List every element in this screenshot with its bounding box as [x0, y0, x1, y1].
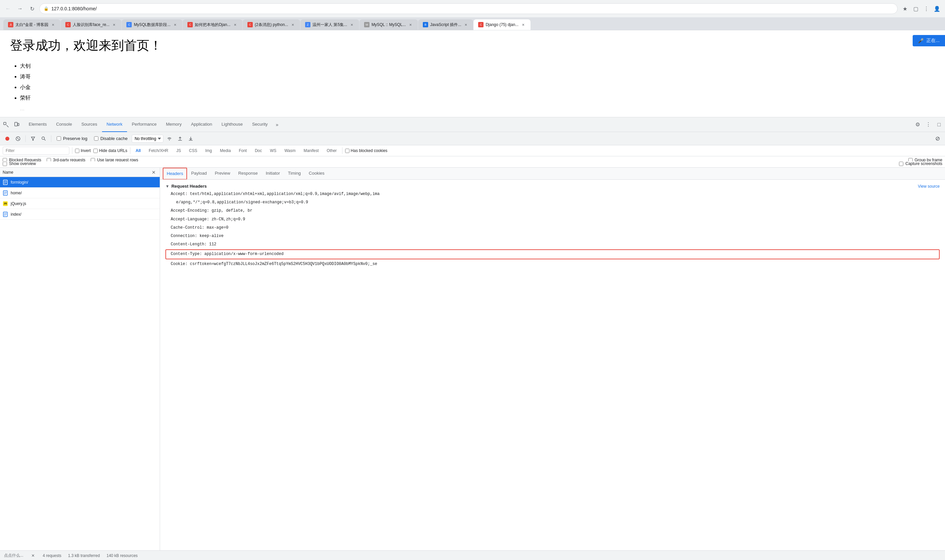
- tab-close-6[interactable]: ✕: [349, 22, 354, 27]
- filter-type-css[interactable]: CSS: [186, 147, 200, 154]
- address-bar[interactable]: 🔒 127.0.0.1:8080/home/: [39, 3, 898, 14]
- disable-cache-input[interactable]: [94, 136, 99, 141]
- header-cookie: Cookie: csrftoken=wcefgT7czNbJLL4soJx2mZ…: [165, 260, 940, 268]
- reload-button[interactable]: ↻: [27, 4, 37, 13]
- tab-application[interactable]: Application: [186, 117, 217, 132]
- has-blocked-cookies-input[interactable]: [345, 149, 349, 153]
- tab-performance[interactable]: Performance: [127, 117, 161, 132]
- throttle-select[interactable]: No throttling Fast 3G Slow 3G Offline: [132, 135, 163, 143]
- tab-close-9[interactable]: ✕: [520, 22, 526, 27]
- capture-screenshots-checkbox[interactable]: Capture screenshots: [899, 162, 942, 166]
- upload-icon-button[interactable]: [175, 134, 185, 143]
- page-title: 登录成功，欢迎来到首页！: [10, 37, 935, 54]
- filter-type-font[interactable]: Font: [236, 147, 249, 154]
- tab-6[interactable]: Z 温州一家人 第5集... ✕: [300, 19, 359, 30]
- tab-9-active[interactable]: C Django (75) djan... ✕: [474, 19, 531, 30]
- filter-icon-button[interactable]: [28, 134, 38, 143]
- filter-type-img[interactable]: Img: [202, 147, 214, 154]
- tab-close-3[interactable]: ✕: [172, 22, 178, 27]
- hint-close-button[interactable]: ✕: [30, 553, 36, 558]
- tab-3[interactable]: C MySQL数据库阶段... ✕: [122, 19, 182, 30]
- download-icon-button[interactable]: [186, 134, 195, 143]
- tab-security[interactable]: Security: [248, 117, 272, 132]
- hide-data-urls-input[interactable]: [93, 149, 98, 153]
- disable-cache-checkbox[interactable]: Disable cache: [91, 136, 130, 141]
- tab-5[interactable]: C (2条消息) python... ✕: [243, 19, 300, 30]
- show-overview-checkbox[interactable]: Show overview: [3, 162, 894, 166]
- details-tab-initiator[interactable]: Initiator: [262, 168, 284, 180]
- settings-icon-button[interactable]: ⚙: [913, 120, 922, 129]
- details-tab-payload[interactable]: Payload: [187, 168, 211, 180]
- block-requests-button[interactable]: [933, 134, 942, 143]
- filter-type-manifest[interactable]: Manifest: [301, 147, 321, 154]
- voice-button[interactable]: 🎤 正在...: [913, 35, 945, 46]
- details-tab-headers[interactable]: Headers: [163, 168, 187, 180]
- more-options-button[interactable]: ⋮: [923, 120, 933, 129]
- screenshot-button[interactable]: ▢: [911, 4, 920, 13]
- more-tabs-button[interactable]: »: [272, 120, 282, 129]
- tab-8[interactable]: B JavaScript 插件... ✕: [418, 19, 473, 30]
- tab-memory[interactable]: Memory: [162, 117, 186, 132]
- tab-7[interactable]: M MySQL :: MySQL... ✕: [359, 19, 418, 30]
- invert-input[interactable]: [75, 149, 79, 153]
- tab-sources[interactable]: Sources: [77, 117, 102, 132]
- filter-type-other[interactable]: Other: [324, 147, 339, 154]
- filter-type-wasm[interactable]: Wasm: [282, 147, 299, 154]
- header-name-content-type: Content-Type:: [171, 251, 205, 257]
- details-tab-timing[interactable]: Timing: [284, 168, 305, 180]
- filter-type-doc[interactable]: Doc: [252, 147, 265, 154]
- view-source-link[interactable]: View source: [918, 184, 940, 189]
- profile-button[interactable]: 👤: [932, 4, 942, 13]
- requests-panel: Name ✕ formlogin/: [0, 168, 160, 550]
- preserve-log-checkbox[interactable]: Preserve log: [54, 136, 90, 141]
- request-item-formlogin[interactable]: formlogin/: [0, 177, 160, 188]
- tab-4[interactable]: C 如何把本地的Djan... ✕: [183, 19, 242, 30]
- tab-close-5[interactable]: ✕: [290, 22, 296, 27]
- request-headers-title: Request Headers: [171, 184, 207, 189]
- details-tab-preview[interactable]: Preview: [211, 168, 234, 180]
- filter-type-all[interactable]: All: [133, 147, 143, 154]
- record-button[interactable]: [3, 134, 12, 143]
- back-button[interactable]: ←: [3, 4, 13, 13]
- voice-label: 正在...: [927, 38, 940, 44]
- filter-type-js[interactable]: JS: [174, 147, 184, 154]
- request-item-jquery[interactable]: JS jQuery.js: [0, 198, 160, 209]
- request-item-home[interactable]: home/: [0, 188, 160, 198]
- details-tab-cookies[interactable]: Cookies: [305, 168, 328, 180]
- device-toggle-button[interactable]: [12, 120, 22, 129]
- capture-screenshots-input[interactable]: [899, 162, 903, 166]
- request-item-index[interactable]: index/: [0, 209, 160, 220]
- filter-type-ws[interactable]: WS: [268, 147, 279, 154]
- tab-lighthouse[interactable]: Lighthouse: [217, 117, 248, 132]
- tab-close-1[interactable]: ✕: [50, 22, 56, 27]
- tab-close-4[interactable]: ✕: [232, 22, 238, 27]
- undock-button[interactable]: □: [934, 120, 943, 129]
- request-headers-section[interactable]: ▼ Request Headers View source: [165, 182, 940, 190]
- has-blocked-cookies-checkbox[interactable]: Has blocked cookies: [345, 148, 388, 153]
- tab-close-8[interactable]: ✕: [463, 22, 468, 27]
- filter-input[interactable]: [3, 147, 69, 155]
- show-overview-input[interactable]: [3, 162, 7, 166]
- tab-elements[interactable]: Elements: [24, 117, 51, 132]
- tab-2[interactable]: C 人脸识别库face_re... ✕: [61, 19, 122, 30]
- search-icon-button[interactable]: [39, 134, 48, 143]
- bookmark-button[interactable]: ★: [900, 4, 910, 13]
- forward-button[interactable]: →: [15, 4, 25, 13]
- tab-console[interactable]: Console: [51, 117, 77, 132]
- filter-type-media[interactable]: Media: [217, 147, 233, 154]
- preserve-log-input[interactable]: [57, 136, 61, 141]
- details-tab-response[interactable]: Response: [234, 168, 262, 180]
- invert-checkbox[interactable]: Invert: [75, 148, 91, 153]
- wifi-icon-button[interactable]: [165, 134, 174, 143]
- tab-close-2[interactable]: ✕: [111, 22, 117, 27]
- tab-network[interactable]: Network: [102, 117, 128, 132]
- lock-icon: 🔒: [44, 6, 49, 11]
- hide-data-urls-checkbox[interactable]: Hide data URLs: [93, 148, 128, 153]
- filter-type-fetch[interactable]: Fetch/XHR: [146, 147, 171, 154]
- tab-close-7[interactable]: ✕: [408, 22, 413, 27]
- inspect-element-button[interactable]: [2, 120, 11, 129]
- tab-1[interactable]: 太 太白*金星 - 博客园 ✕: [3, 19, 60, 30]
- settings-button[interactable]: ⋮: [922, 4, 931, 13]
- close-details-button[interactable]: ✕: [150, 169, 157, 176]
- clear-button[interactable]: [13, 134, 23, 143]
